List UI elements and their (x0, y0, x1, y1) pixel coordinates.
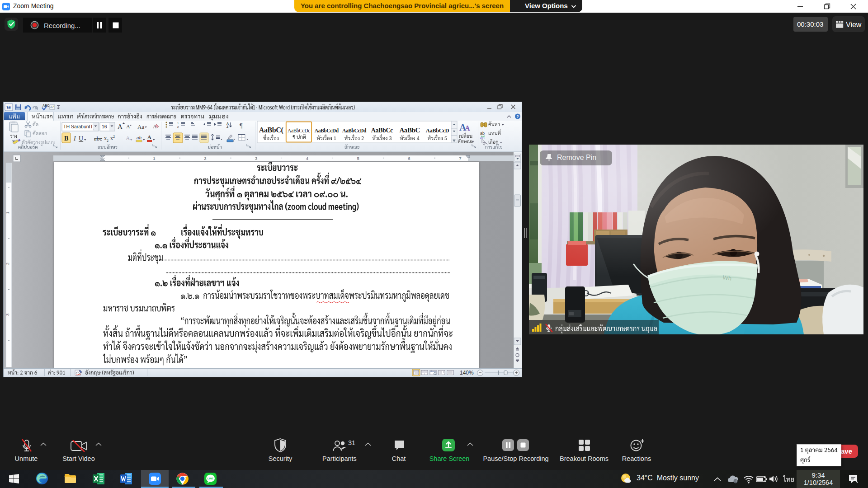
svg-text:ab: ab (480, 131, 485, 136)
svg-text:16: 16 (102, 124, 107, 129)
svg-text:?: ? (516, 114, 519, 119)
svg-text:W: W (6, 104, 12, 111)
svg-text:Aa: Aa (137, 123, 144, 130)
svg-text:2: 2 (113, 135, 115, 139)
svg-text:LINE: LINE (208, 477, 214, 480)
svg-text:B: B (64, 135, 68, 142)
svg-text:AaBbC: AaBbC (399, 127, 420, 134)
svg-text:AaBbCcD: AaBbCcD (426, 127, 449, 134)
svg-text:AaBbCcDc: AaBbCcDc (288, 128, 310, 133)
svg-text:AaBbC(: AaBbC( (259, 126, 283, 134)
svg-text:A: A (126, 123, 130, 130)
svg-text:A: A (465, 124, 470, 132)
svg-text:U: U (79, 135, 83, 142)
svg-text:1: 1 (5, 211, 10, 214)
svg-text:¶: ¶ (240, 122, 243, 129)
svg-text:AaBbCc: AaBbCc (371, 127, 393, 134)
svg-text:ab: ab (137, 135, 142, 140)
svg-text:A: A (226, 122, 229, 125)
svg-text:3: 3 (5, 314, 10, 316)
svg-text:AaBbCcDd: AaBbCcDd (342, 128, 367, 133)
svg-text:AaBbCcDd: AaBbCcDd (315, 128, 339, 133)
svg-text:Z: Z (226, 125, 229, 128)
svg-text:TH SarabunITۭ: TH SarabunITۭ (63, 124, 94, 130)
svg-text:2: 2 (5, 263, 10, 265)
svg-text:2: 2 (107, 139, 108, 143)
svg-text:A: A (126, 135, 130, 141)
svg-text:abe: abe (94, 135, 102, 142)
svg-text:A: A (147, 134, 151, 141)
svg-text:A: A (118, 123, 123, 130)
